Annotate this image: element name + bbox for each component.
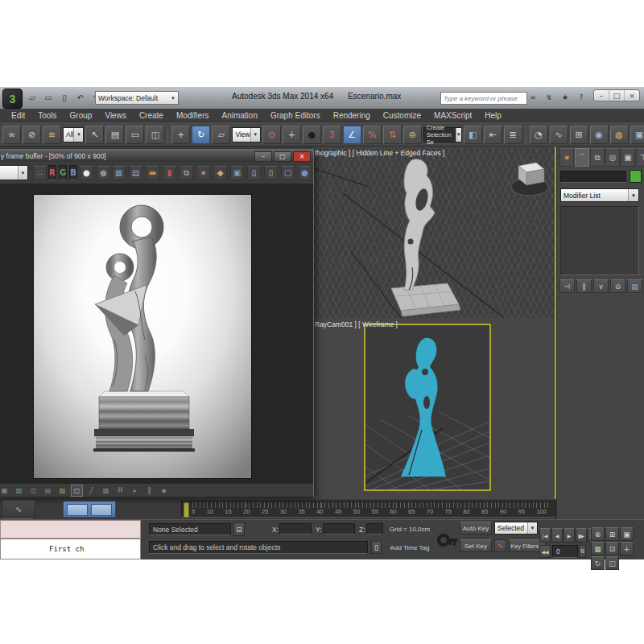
configure-modifier-sets-icon[interactable]: ▤ — [627, 279, 642, 293]
curve-editor-icon[interactable]: ∿ — [550, 126, 568, 144]
set-key-button[interactable]: Set Key — [460, 539, 492, 552]
pin-stack-icon[interactable]: ⊣ — [559, 279, 575, 293]
monochrome-icon[interactable]: ● — [97, 166, 110, 180]
vfb-histogram-tool-icon[interactable]: H — [114, 485, 126, 497]
menu-item[interactable]: Group — [64, 111, 99, 120]
render-setup-icon[interactable]: ◍ — [610, 126, 629, 144]
vfb-channel-dropdown[interactable]: ▼ — [0, 165, 28, 180]
timeline-ruler[interactable]: 5101520253035404550556065707580859095100 — [181, 501, 555, 518]
minimize-button[interactable]: – — [594, 90, 609, 101]
blue-channel-button[interactable]: B — [69, 165, 77, 180]
red-channel-button[interactable]: R — [48, 165, 56, 180]
rendered-frame-window-icon[interactable]: ▣ — [630, 126, 644, 144]
vfb-maximize-button[interactable]: □ — [274, 151, 291, 162]
save-image-icon[interactable]: ▦ — [112, 166, 126, 180]
auto-key-button[interactable]: Auto Key — [460, 522, 492, 535]
help-icon[interactable]: ? — [576, 91, 587, 103]
absolute-offset-toggle-icon[interactable]: ⊟ — [233, 522, 245, 536]
browse-folder-icon[interactable]: ▬ — [146, 166, 159, 180]
x-coordinate-field[interactable] — [279, 523, 312, 535]
save-file-icon[interactable]: ▯ — [58, 91, 71, 104]
motion-tab-icon[interactable]: ◎ — [605, 148, 620, 167]
previous-key-button[interactable]: ◀◀ — [539, 545, 551, 558]
select-and-scale-icon[interactable]: ▱ — [212, 126, 230, 144]
favorites-icon[interactable]: ★ — [559, 91, 571, 103]
bind-to-space-warp-icon[interactable]: ≋ — [43, 126, 61, 144]
vfb-crop-tool-icon[interactable]: ▧ — [13, 485, 25, 497]
orthographic-viewport-label[interactable]: thographic ] [ Hidden Line + Edged Faces… — [315, 149, 444, 157]
angle-snap-icon[interactable]: ∠ — [343, 126, 361, 144]
next-frame-button[interactable]: ▮▶ — [576, 528, 587, 543]
menu-item[interactable]: Create — [133, 111, 170, 120]
load-image-icon[interactable]: ▤ — [129, 166, 142, 180]
new-file-icon[interactable]: ▱ — [26, 91, 39, 104]
zoom-extents-all-icon[interactable]: ▦ — [591, 542, 605, 555]
zoom-all-icon[interactable]: ⊞ — [605, 527, 619, 541]
spinner-snap-icon[interactable]: ⇅ — [383, 126, 402, 144]
region-render-icon[interactable]: ● — [298, 166, 312, 180]
alpha-channel-icon[interactable]: ● — [80, 166, 93, 180]
remove-modifier-icon[interactable]: ⊖ — [610, 279, 625, 293]
vfb-close-button[interactable]: × — [293, 151, 311, 162]
close-button[interactable]: × — [625, 90, 639, 101]
mirror-icon[interactable]: ◧ — [464, 126, 482, 144]
maximize-button[interactable]: □ — [609, 90, 625, 101]
undo-icon[interactable]: ↶ — [74, 91, 87, 104]
use-pivot-point-center-icon[interactable]: ⊙ — [262, 126, 281, 144]
menu-item[interactable]: Graph Editors — [264, 111, 327, 120]
monitor-icon[interactable]: ▣ — [230, 166, 244, 180]
orbit-icon[interactable]: ↻ — [591, 556, 605, 570]
menu-item[interactable]: Animation — [215, 111, 263, 120]
mini-curve-editor-button[interactable]: ∿ — [2, 501, 35, 518]
pan-icon[interactable]: ∔ — [620, 542, 634, 555]
vfb-levels-tool-icon[interactable]: ▥ — [100, 485, 112, 497]
align-icon[interactable]: ⇤ — [484, 126, 502, 144]
keyboard-shortcut-override-icon[interactable]: ● — [303, 126, 321, 144]
clear-image-icon[interactable]: ▮ — [163, 166, 176, 180]
rectangular-selection-region-icon[interactable]: ▭ — [126, 126, 144, 144]
search-icon[interactable]: ∞ — [527, 91, 539, 103]
make-unique-icon[interactable]: ∨ — [593, 279, 609, 293]
menu-item[interactable]: Rendering — [327, 111, 377, 120]
maxscript-mini-listener[interactable]: First ch — [0, 539, 141, 559]
named-selection-sets-dropdown[interactable]: Create Selection Se ▼ — [423, 127, 462, 142]
select-and-link-icon[interactable]: ∞ — [2, 126, 21, 144]
green-channel-button[interactable]: G — [59, 165, 67, 180]
modify-tab-icon[interactable]: ⌒ — [575, 148, 589, 167]
infocenter-search-input[interactable] — [440, 92, 527, 105]
vfb-swatch-tool-icon[interactable]: ▢ — [71, 485, 83, 497]
compare-b-icon[interactable]: ▯ — [264, 166, 278, 180]
time-slider-handle[interactable] — [63, 501, 116, 518]
object-color-swatch[interactable] — [630, 170, 642, 183]
object-name-field[interactable] — [560, 171, 626, 183]
menu-item[interactable]: Edit — [5, 111, 31, 120]
previous-frame-button[interactable]: ◀ — [551, 528, 563, 543]
selection-filter-dropdown[interactable]: All▼ — [63, 127, 84, 142]
schematic-view-icon[interactable]: ⊞ — [570, 126, 588, 144]
track-mouse-icon[interactable]: ∗ — [196, 166, 210, 180]
unlink-selection-icon[interactable]: ⊘ — [23, 126, 41, 144]
app-menu-button[interactable]: 3 — [2, 89, 23, 109]
material-editor-icon[interactable]: ◉ — [590, 126, 609, 144]
modifier-stack-list[interactable] — [560, 206, 639, 275]
hierarchy-tab-icon[interactable]: ⧉ — [590, 148, 605, 167]
select-and-rotate-icon[interactable]: ↻ — [192, 126, 210, 144]
menu-item[interactable]: Views — [98, 111, 133, 120]
color-correction-icon[interactable]: ◆ — [213, 166, 227, 180]
snaps-toggle-icon[interactable]: 3 — [323, 126, 341, 144]
camera-viewport[interactable]: RayCam001 ] [ Wireframe ] — [311, 318, 556, 499]
maximize-viewport-toggle-icon[interactable]: ◱ — [605, 556, 619, 570]
vfb-play-tool-icon[interactable]: ▸ — [129, 485, 141, 497]
add-time-tag-button[interactable]: Add Time Tag — [386, 544, 433, 551]
vfb-annotate-tool-icon[interactable]: ▨ — [56, 485, 68, 497]
z-coordinate-field[interactable] — [366, 523, 383, 535]
time-tag-page-icon[interactable]: ▯ — [371, 541, 382, 554]
reference-coordinate-system-dropdown[interactable]: View▼ — [232, 127, 260, 142]
copy-image-icon[interactable]: ⧉ — [180, 166, 193, 180]
communication-center-icon[interactable]: ↯ — [543, 91, 555, 103]
manage-layers-icon[interactable]: ≣ — [504, 126, 522, 144]
menu-item[interactable]: Help — [478, 111, 508, 120]
workspace-dropdown[interactable]: Workspace: Default ▼ — [95, 91, 179, 105]
camera-view-frame[interactable] — [364, 324, 491, 491]
select-and-move-icon[interactable]: + — [171, 126, 190, 144]
